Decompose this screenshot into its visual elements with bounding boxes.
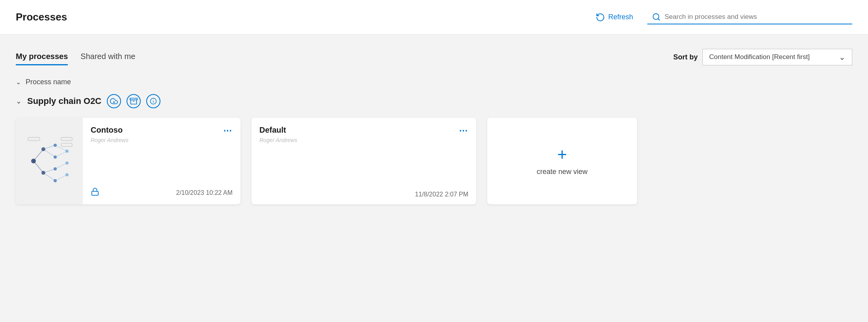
search-icon: [652, 13, 661, 21]
svg-rect-29: [28, 137, 40, 141]
view-card-contoso: Contoso Roger Andrews ⋯ 2/10/2023 10:: [16, 118, 240, 204]
sort-selected-value: Content Modification [Recent first]: [709, 53, 810, 61]
svg-line-28: [55, 175, 67, 181]
card-header-contoso: Contoso Roger Andrews ⋯: [91, 126, 233, 143]
svg-line-20: [34, 161, 43, 173]
process-name-label: Process name: [26, 78, 71, 86]
header-actions: Refresh: [591, 10, 852, 24]
card-title-contoso: Contoso Roger Andrews: [91, 126, 129, 143]
card-title-default-wrapper: Default Roger Andrews: [259, 126, 297, 143]
card-body-contoso: Contoso Roger Andrews ⋯ 2/10/2023 10:: [83, 118, 240, 204]
search-input[interactable]: [665, 13, 822, 21]
sort-select[interactable]: Content Modification [Recent first] ⌄: [702, 49, 852, 65]
svg-line-19: [34, 149, 43, 161]
app-header: Processes Refresh: [0, 0, 868, 35]
refresh-icon: [596, 13, 605, 22]
thumbnail-diagram: [22, 130, 77, 192]
card-thumbnail-contoso: [16, 118, 83, 204]
contoso-date: 2/10/2023 10:22 AM: [176, 189, 233, 196]
default-more-options-button[interactable]: ⋯: [459, 126, 468, 136]
sort-label: Sort by: [673, 53, 698, 61]
lock-icon: [91, 187, 99, 198]
plus-icon: +: [557, 146, 567, 163]
page-title: Processes: [16, 11, 67, 23]
supply-chain-header: ⌄ Supply chain O2C: [16, 94, 852, 108]
tabs-row: My processes Shared with me Sort by Cont…: [16, 49, 852, 65]
sort-container: Sort by Content Modification [Recent fir…: [673, 49, 852, 65]
svg-line-27: [55, 163, 67, 169]
process-name-header[interactable]: ⌄ Process name: [16, 78, 852, 86]
card-footer-contoso: 2/10/2023 10:22 AM: [91, 187, 233, 198]
svg-rect-30: [61, 137, 72, 141]
main-content: My processes Shared with me Sort by Cont…: [0, 35, 868, 225]
process-name-chevron-icon: ⌄: [16, 78, 21, 86]
svg-rect-31: [61, 143, 72, 146]
view-card-default: Default Roger Andrews ⋯ 11/8/2022 2:07 P…: [251, 118, 476, 204]
box-icon[interactable]: [127, 94, 141, 108]
card-body-default: Default Roger Andrews ⋯ 11/8/2022 2:07 P…: [251, 118, 476, 204]
info-icon[interactable]: [146, 94, 160, 108]
svg-line-22: [43, 149, 55, 157]
card-footer-default: 11/8/2022 2:07 PM: [259, 191, 468, 198]
search-bar[interactable]: [647, 10, 852, 24]
svg-rect-4: [130, 98, 137, 100]
svg-line-21: [43, 145, 55, 149]
create-new-label: create new view: [536, 168, 587, 176]
supply-chain-chevron-icon[interactable]: ⌄: [16, 97, 22, 105]
svg-line-1: [658, 19, 659, 20]
sort-chevron-down-icon: ⌄: [839, 52, 846, 62]
supply-chain-action-icons: [107, 94, 160, 108]
tab-my-processes[interactable]: My processes: [16, 52, 68, 65]
cloud-icon[interactable]: [107, 94, 121, 108]
tabs-left: My processes Shared with me: [16, 52, 135, 65]
supply-chain-title: Supply chain O2C: [27, 96, 101, 106]
svg-line-24: [43, 173, 55, 181]
card-header-default: Default Roger Andrews ⋯: [259, 126, 468, 143]
default-date: 11/8/2022 2:07 PM: [415, 191, 468, 198]
svg-rect-32: [92, 191, 99, 195]
cards-container: Contoso Roger Andrews ⋯ 2/10/2023 10:: [16, 118, 852, 204]
refresh-button[interactable]: Refresh: [591, 10, 638, 24]
create-new-view-card[interactable]: + create new view: [487, 118, 637, 204]
svg-line-26: [55, 151, 67, 157]
supply-chain-section: ⌄ Supply chain O2C: [16, 94, 852, 204]
tab-shared-with-me[interactable]: Shared with me: [80, 52, 135, 65]
svg-line-23: [43, 169, 55, 173]
contoso-more-options-button[interactable]: ⋯: [223, 126, 233, 136]
